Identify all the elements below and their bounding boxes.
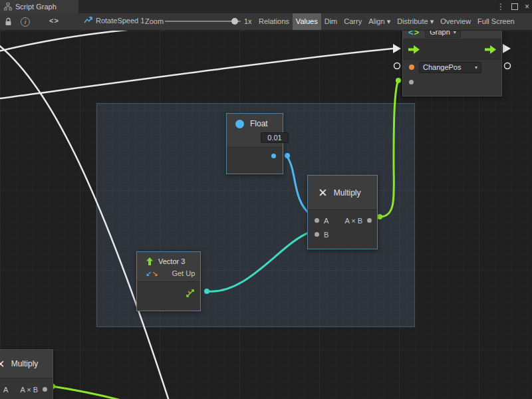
- menu-icon[interactable]: ⋮: [497, 2, 505, 11]
- float-output-port[interactable]: [271, 154, 276, 158]
- toolbar-button-values[interactable]: Values: [293, 13, 321, 30]
- script-graph-window: Script Graph ⋮ × i <> RotateSpeed 1 Zoom: [0, 0, 532, 399]
- node-title: Multiply: [334, 188, 361, 198]
- window-title: Script Graph: [15, 3, 57, 11]
- code-icon[interactable]: <>: [49, 17, 59, 25]
- zoom-slider-handle[interactable]: [231, 18, 238, 25]
- graph-asset-icon: [84, 17, 92, 25]
- multiply-icon: ×: [319, 186, 327, 200]
- toolbar-button-fullscreen[interactable]: Full Screen: [474, 13, 518, 30]
- chevron-down-icon: ▾: [475, 65, 477, 70]
- wire-endpoint-float[interactable]: [285, 153, 290, 158]
- graph-name: RotateSpeed 1: [96, 17, 144, 25]
- toolbar-button-relations[interactable]: Relations: [255, 13, 293, 30]
- flow-input-arrow-icon[interactable]: [408, 45, 420, 54]
- tab-script-graph[interactable]: Script Graph: [0, 0, 78, 13]
- node-graph-event[interactable]: <> Graph ▾ ChangePos ▾: [402, 31, 502, 96]
- node-title: Multiply: [11, 359, 39, 368]
- wire-bottom-multiply-out[interactable]: [53, 386, 148, 399]
- chevron-down-icon: ▾: [454, 31, 456, 37]
- node-title: Float: [250, 119, 268, 128]
- unconnected-port-right[interactable]: [505, 63, 511, 69]
- toolbar: i <> RotateSpeed 1 Zoom 1x Relations Val…: [0, 13, 532, 31]
- flow-port-arrow-right[interactable]: [503, 44, 511, 53]
- toolbar-button-distribute[interactable]: Distribute ▾: [394, 13, 437, 30]
- toolbar-button-carry[interactable]: Carry: [340, 13, 365, 30]
- get-icon: ↙ ↘: [146, 270, 158, 277]
- port-output-label: A × B: [344, 217, 362, 225]
- port-a-label: A: [324, 217, 329, 225]
- graph-dropdown[interactable]: Graph ▾: [425, 31, 461, 38]
- float-value-field[interactable]: 0.01: [261, 132, 289, 143]
- zoom-label: Zoom: [145, 17, 164, 25]
- vector3-up-icon: [146, 257, 154, 265]
- script-graph-icon: [4, 3, 12, 11]
- close-icon[interactable]: ×: [525, 2, 529, 11]
- graph-brackets-icon: <>: [408, 31, 420, 37]
- toolbar-button-dim[interactable]: Dim: [321, 13, 341, 30]
- flow-port-arrow-left[interactable]: [393, 44, 401, 53]
- port-output-label: A × B: [20, 386, 38, 394]
- value-input-port[interactable]: [409, 80, 414, 84]
- port-a-input[interactable]: [315, 218, 319, 223]
- node-vector3-get-up[interactable]: Vector 3 ↙ ↘ Get Up: [136, 251, 201, 311]
- info-icon[interactable]: i: [21, 17, 30, 27]
- node-subtitle: Get Up: [172, 269, 195, 277]
- toolbar-button-overview[interactable]: Overview: [437, 13, 474, 30]
- port-a-label: A: [3, 386, 8, 394]
- wire-multiply-to-event[interactable]: [380, 82, 398, 217]
- titlebar: Script Graph ⋮ ×: [0, 0, 532, 13]
- maximize-icon[interactable]: [511, 3, 518, 10]
- port-ab-output[interactable]: [43, 387, 47, 392]
- unconnected-port-left[interactable]: [394, 63, 400, 69]
- port-b-input[interactable]: [315, 232, 319, 237]
- wire-endpoint-multiply-out[interactable]: [377, 214, 382, 219]
- changepos-dropdown[interactable]: ChangePos ▾: [419, 62, 481, 73]
- toolbar-buttons: Relations Values Dim Carry Align ▾ Distr…: [255, 13, 532, 30]
- port-ab-output[interactable]: [367, 218, 372, 223]
- port-b-label: B: [324, 231, 329, 239]
- lock-icon[interactable]: [5, 17, 12, 26]
- wire-flow-top[interactable]: [0, 31, 133, 53]
- variable-port[interactable]: [409, 65, 414, 70]
- node-title: Vector 3: [158, 257, 185, 265]
- zoom-slider[interactable]: [165, 21, 241, 23]
- wire-getup-to-multiply-b[interactable]: [207, 232, 310, 291]
- node-multiply-partial[interactable]: × Multiply A A × B: [0, 349, 53, 399]
- wire-flow-diagonal[interactable]: [0, 39, 172, 399]
- zoom-value: 1x: [244, 17, 252, 25]
- graph-canvas[interactable]: Float 0.01 × Multiply A A × B: [0, 31, 532, 399]
- zoom-slider-track[interactable]: [165, 21, 241, 22]
- vector3-output-port[interactable]: [186, 289, 195, 298]
- node-float[interactable]: Float 0.01: [226, 113, 283, 174]
- wire-flow-left[interactable]: [0, 49, 393, 100]
- wire-endpoint-event-in[interactable]: [396, 78, 401, 83]
- flow-output-arrow-icon[interactable]: [485, 45, 496, 54]
- node-multiply[interactable]: × Multiply A A × B B: [307, 175, 378, 249]
- wire-endpoint-getup[interactable]: [204, 289, 209, 294]
- graph-name-breadcrumb[interactable]: RotateSpeed 1: [84, 17, 144, 25]
- multiply-icon: ×: [0, 357, 5, 370]
- float-type-icon: [235, 120, 244, 128]
- toolbar-button-align[interactable]: Align ▾: [365, 13, 394, 30]
